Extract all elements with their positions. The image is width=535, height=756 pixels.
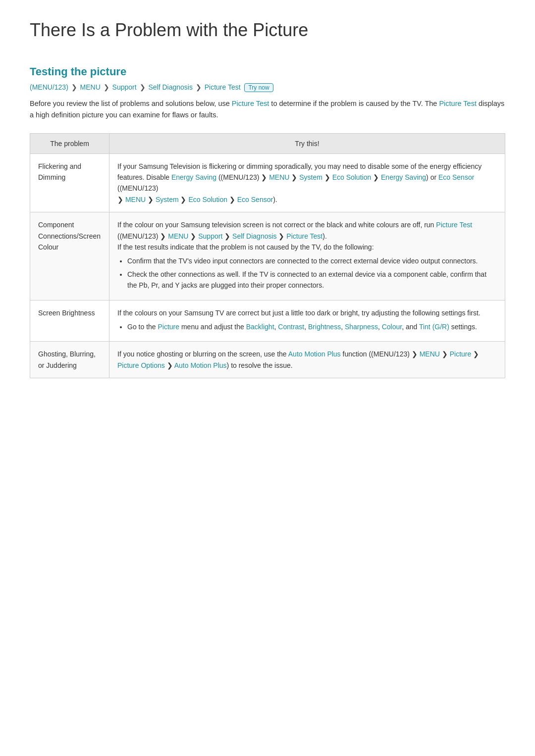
breadcrumb-part-2: MENU [80,83,101,91]
breadcrumb-chevron-1: ❯ [71,83,79,91]
breadcrumb-part-4: Self Diagnosis [148,83,193,91]
picture-test-link-1: Picture Test [232,100,269,107]
bullet-item: Check the other connections as well. If … [127,269,497,291]
breadcrumb-part-1: (MENU/123) [30,83,68,91]
col-problem-header: The problem [30,133,109,153]
try-now-badge[interactable]: Try now [244,83,273,92]
problem-component: Component Connections/Screen Colour [30,212,109,300]
intro-paragraph: Before you review the list of problems a… [30,98,505,121]
page-title: There Is a Problem with the Picture [30,20,505,46]
breadcrumb-part-3: Support [112,83,137,91]
breadcrumb-chevron-2: ❯ [104,83,111,91]
picture-test-link-2: Picture Test [439,100,477,107]
brightness-bullet-list: Go to the Picture menu and adjust the Ba… [127,321,497,332]
solution-brightness: If the colours on your Samsung TV are co… [109,300,505,342]
bullet-item: Confirm that the TV's video input connec… [127,255,497,266]
col-solution-header: Try this! [109,133,505,153]
problems-table: The problem Try this! Flickering and Dim… [30,133,505,378]
solution-flickering: If your Samsung Television is flickering… [109,153,505,212]
breadcrumb-part-5: Picture Test [205,83,241,91]
bullet-item: Go to the Picture menu and adjust the Ba… [127,321,497,332]
section-heading: Testing the picture [30,65,505,78]
breadcrumb-chevron-4: ❯ [196,83,204,91]
table-row: Component Connections/Screen Colour If t… [30,212,505,300]
table-row: Flickering and Dimming If your Samsung T… [30,153,505,212]
solution-ghosting: If you notice ghosting or blurring on th… [109,342,505,378]
table-row: Screen Brightness If the colours on your… [30,300,505,342]
breadcrumb: (MENU/123) ❯ MENU ❯ Support ❯ Self Diagn… [30,83,505,92]
solution-component: If the colour on your Samsung television… [109,212,505,300]
component-bullet-list: Confirm that the TV's video input connec… [127,255,497,291]
table-row: Ghosting, Blurring, or Juddering If you … [30,342,505,378]
breadcrumb-chevron-3: ❯ [140,83,148,91]
problem-brightness: Screen Brightness [30,300,109,342]
problem-ghosting: Ghosting, Blurring, or Juddering [30,342,109,378]
testing-section: Testing the picture (MENU/123) ❯ MENU ❯ … [30,65,505,378]
table-header-row: The problem Try this! [30,133,505,153]
problem-flickering: Flickering and Dimming [30,153,109,212]
